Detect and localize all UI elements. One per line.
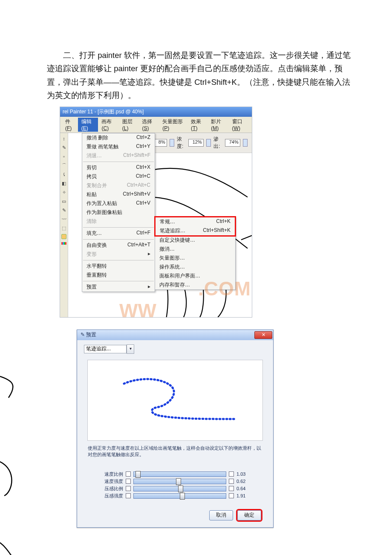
category-select[interactable] (84, 345, 127, 353)
menu-select[interactable]: 选择(S) (138, 118, 159, 132)
tool-icon[interactable]: ⬚ (61, 225, 67, 231)
slider-row: 压感比例0.64 (98, 486, 252, 492)
slider-max-box[interactable] (229, 471, 234, 477)
menu-edit[interactable]: 编辑(E) (78, 118, 98, 132)
slider-row: 压感强度1.91 (98, 493, 252, 499)
tool-icon[interactable]: ✎ (61, 145, 67, 150)
color-swatches[interactable] (61, 242, 66, 245)
instruction-paragraph: 二、打开 painter 软件，第一固然是要设置一下笔迹追踪。这一步很关键，通过… (0, 0, 392, 107)
slider-group: 速度比例1.03速度强度0.62压感比例0.64压感强度1.91 (98, 471, 252, 499)
menu-window[interactable]: 窗口(W) (229, 118, 250, 132)
slider-max-box[interactable] (229, 479, 234, 484)
slider-track[interactable] (133, 479, 226, 484)
submenu-item[interactable]: 操作系统… (155, 263, 235, 272)
menu-item[interactable]: 垂直翻转 (82, 271, 155, 280)
slider-value: 1.03 (236, 471, 252, 477)
menu-item[interactable]: 清除 (82, 217, 155, 226)
menu-item[interactable]: 消退…Ctrl+Shift+F (82, 151, 155, 160)
menu-item[interactable]: 填充…Ctrl+F (82, 229, 155, 238)
menu-effects[interactable]: 效果(T) (187, 118, 208, 132)
tool-icon[interactable]: ✎ (61, 207, 67, 213)
tool-icon[interactable]: ✧ (61, 189, 67, 195)
menu-item[interactable]: 拷贝Ctrl+C (82, 172, 155, 181)
menu-canvas[interactable]: 画布(C) (98, 118, 118, 132)
canvas: 8% 浓度: 12% 渗出: 74% (68, 133, 252, 317)
menu-shapes[interactable]: 矢量图形(P) (159, 118, 187, 132)
painter-window: rel Painter 11 - [示例图.psd @ 40%] 件(F) 编辑… (60, 107, 252, 318)
tool-icon[interactable]: ▫ (61, 153, 67, 159)
brush-icon: ✎ (81, 332, 85, 338)
menu-item[interactable]: 作为置入粘贴Ctrl+V (82, 199, 155, 208)
menu-file[interactable]: 件(F) (62, 118, 78, 132)
menu-item[interactable]: 复制合并Ctrl+Alt+C (82, 181, 155, 190)
slider-row: 速度比例1.03 (98, 471, 252, 477)
menu-layer[interactable]: 图层(L) (119, 118, 139, 132)
slider-label: 压感强度 (98, 493, 123, 499)
edit-dropdown: 撤消 删除Ctrl+Z重做 画笔笔触Ctrl+Y消退…Ctrl+Shift+F剪… (82, 133, 155, 292)
slider-value: 0.64 (236, 486, 252, 491)
menu-item[interactable]: 重做 画笔笔触Ctrl+Y (82, 142, 155, 151)
menu-item[interactable]: 作为新图像粘贴 (82, 208, 155, 217)
submenu-item[interactable]: 矢量图形… (155, 254, 235, 263)
slider-max-box[interactable] (229, 486, 234, 491)
slider-thumb[interactable] (180, 493, 185, 500)
menubar: 件(F) 编辑(E) 画布(C) 图层(L) 选择(S) 矢量图形(P) 效果(… (60, 117, 252, 133)
foreground-color[interactable] (61, 234, 66, 239)
slider-label: 压感比例 (98, 486, 123, 492)
slider-max-box[interactable] (229, 493, 234, 498)
submenu-item[interactable]: 笔迹追踪…Ctrl+Shift+K (156, 226, 235, 235)
submenu-item[interactable]: 撤消… (155, 245, 235, 254)
menu-movie[interactable]: 影片(M) (208, 118, 228, 132)
slider-row: 速度强度0.62 (98, 478, 252, 485)
tool-icon[interactable]: ⌒ (61, 162, 67, 168)
slider-min-box[interactable] (126, 471, 131, 477)
menu-item[interactable]: 剪切Ctrl+X (82, 163, 155, 172)
slider-thumb[interactable] (135, 471, 141, 478)
window-title: rel Painter 11 - [示例图.psd @ 40%] (60, 107, 252, 117)
slider-min-box[interactable] (126, 486, 131, 491)
slider-min-box[interactable] (126, 479, 131, 484)
hint-text: 使用正常力度与速度在以上区域绘出画笔笔触，这样会自动设定以下的增效滑杆，以对您的… (88, 445, 262, 458)
ok-button[interactable]: 确定 (237, 510, 261, 520)
submenu-item[interactable]: 常规…Ctrl+K (156, 217, 235, 226)
preferences-dialog: ✎ 预置 ✕ ▾ 使用正常力度与速度在以上区域绘出画笔笔触，这样会自动设定以下的… (77, 330, 274, 528)
slider-thumb[interactable] (178, 486, 183, 492)
tool-icon[interactable]: ⤹ (61, 171, 67, 177)
menu-item[interactable]: 自由变换Ctrl+Alt+T (82, 241, 155, 250)
tool-strip: ↕ ✎ ▫ ⌒ ⤹ ◧ ✧ ▭ ✎ 〰 ⬚ (60, 133, 68, 317)
tool-icon[interactable]: ↕ (61, 136, 67, 142)
menu-item[interactable]: 粘贴Ctrl+Shift+V (82, 190, 155, 199)
menu-item[interactable]: 预置▸ (82, 283, 155, 292)
dialog-titlebar: ✎ 预置 ✕ (77, 330, 273, 340)
dialog-title: 预置 (86, 332, 96, 338)
slider-min-box[interactable] (126, 493, 131, 498)
slider-track[interactable] (133, 493, 226, 499)
slider-track[interactable] (133, 486, 226, 491)
slider-track[interactable] (133, 471, 226, 477)
category-dropdown[interactable]: ▾ (127, 344, 134, 354)
slider-label: 速度比例 (98, 471, 123, 477)
slider-thumb[interactable] (176, 478, 181, 485)
menu-item[interactable]: 水平翻转 (82, 262, 155, 271)
tool-icon[interactable]: ▭ (61, 198, 67, 204)
submenu-item[interactable]: 自定义快捷键… (155, 236, 235, 245)
tool-icon[interactable]: 〰 (61, 216, 67, 222)
watermark: .COM (198, 277, 251, 300)
menu-item[interactable]: 撤消 删除Ctrl+Z (82, 133, 155, 142)
slider-label: 速度强度 (98, 478, 123, 485)
slider-value: 1.91 (236, 493, 252, 498)
cancel-button[interactable]: 取消 (209, 510, 233, 520)
watermark: WW (119, 299, 156, 317)
stroke-test-area[interactable] (87, 360, 263, 441)
close-button[interactable]: ✕ (254, 331, 272, 339)
menu-item[interactable]: 变形▸ (82, 250, 155, 259)
slider-value: 0.62 (236, 479, 252, 484)
tool-icon[interactable]: ◧ (61, 180, 67, 186)
